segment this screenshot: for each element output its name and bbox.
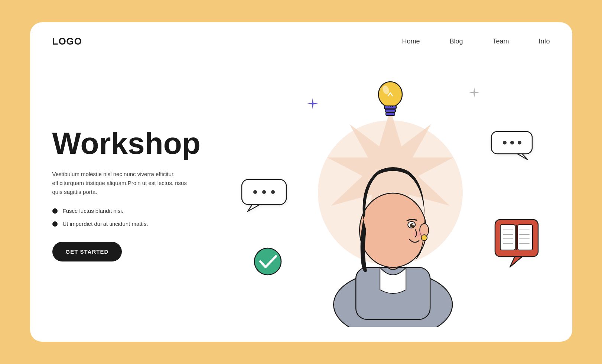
svg-point-19 xyxy=(510,141,514,144)
svg-point-43 xyxy=(412,224,414,225)
nav-link-blog[interactable]: Blog xyxy=(449,38,463,45)
right-illustration xyxy=(231,55,550,327)
hero-description: Vestibulum molestie nisl nec nunc viverr… xyxy=(52,170,193,196)
checkmark-icon xyxy=(253,247,283,278)
nav-item-team[interactable]: Team xyxy=(492,38,509,45)
svg-marker-17 xyxy=(517,154,528,160)
nav-link-team[interactable]: Team xyxy=(492,38,509,45)
svg-rect-25 xyxy=(518,225,533,250)
nav-link-info[interactable]: Info xyxy=(538,38,550,45)
svg-marker-12 xyxy=(248,205,260,211)
svg-point-1 xyxy=(378,82,402,107)
bullet-item-2: Ut imperdiet dui at tincidunt mattis. xyxy=(52,221,231,227)
hero-title: Workshop xyxy=(52,127,231,159)
bullet-text-2: Ut imperdiet dui at tincidunt mattis. xyxy=(63,221,148,227)
bullet-dot-1 xyxy=(52,208,58,214)
sparkle-purple-icon xyxy=(307,98,318,111)
svg-point-15 xyxy=(271,190,275,194)
svg-rect-24 xyxy=(500,225,515,250)
logo: LOGO xyxy=(52,36,82,47)
sparkle-gray-icon xyxy=(469,87,479,99)
nav-item-info[interactable]: Info xyxy=(538,38,550,45)
bullet-list: Fusce luctus blandit nisi. Ut imperdiet … xyxy=(52,208,231,227)
left-panel: Workshop Vestibulum molestie nisl nec nu… xyxy=(52,120,231,261)
nav-link-home[interactable]: Home xyxy=(402,38,420,45)
bullet-dot-2 xyxy=(52,221,58,227)
svg-point-13 xyxy=(253,190,257,194)
chat-bubble-right xyxy=(491,131,535,162)
navbar: LOGO Home Blog Team Info xyxy=(30,22,572,55)
nav-item-blog[interactable]: Blog xyxy=(449,38,463,45)
svg-marker-23 xyxy=(510,257,522,267)
svg-point-21 xyxy=(254,248,281,275)
nav-item-home[interactable]: Home xyxy=(402,38,420,45)
chat-bubble-left xyxy=(241,179,289,214)
svg-point-14 xyxy=(262,190,266,194)
bullet-item-1: Fusce luctus blandit nisi. xyxy=(52,208,231,214)
landing-card: LOGO Home Blog Team Info Workshop Vestib… xyxy=(30,22,572,342)
svg-point-44 xyxy=(413,231,423,237)
nav-links: Home Blog Team Info xyxy=(402,38,550,45)
svg-point-20 xyxy=(518,141,521,144)
svg-point-18 xyxy=(503,141,507,144)
svg-point-42 xyxy=(410,223,414,228)
bullet-text-1: Fusce luctus blandit nisi. xyxy=(63,208,123,214)
cta-button[interactable]: GET STARTED xyxy=(52,242,122,261)
book-icon xyxy=(494,219,539,272)
main-content: Workshop Vestibulum molestie nisl nec nu… xyxy=(30,55,572,342)
svg-point-38 xyxy=(359,193,426,267)
person-illustration xyxy=(326,111,460,327)
